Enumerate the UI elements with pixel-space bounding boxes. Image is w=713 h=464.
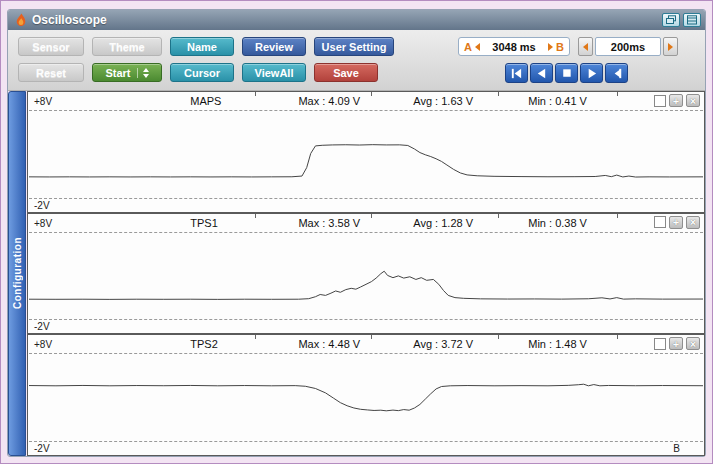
ruler-tick [371,92,372,96]
channel-min-value: Min : 1.48 V [528,338,587,350]
timebase-decrease-button[interactable] [578,37,593,56]
configuration-tab[interactable]: Configuration [8,91,26,456]
channel-select-checkbox[interactable] [654,338,666,350]
channel-min-value: Min : 0.38 V [528,217,587,229]
oscilloscope-app: Oscilloscope Sensor Theme Name [0,0,713,464]
ruler-tick [617,214,618,218]
vmax-label: +8V [34,96,52,107]
ruler-tick [255,214,256,218]
toolbar-row-2: Reset Start Cursor ViewAll Save [18,63,378,82]
main-area: Configuration +8V MAPS Max : 4.09 V Avg … [8,91,705,456]
restore-window-button[interactable] [662,13,680,27]
channel-close-button[interactable]: × [686,216,700,229]
vmin-label: -2V [34,321,50,332]
ruler-tick [371,335,372,339]
a-left-arrow-icon[interactable] [475,43,480,51]
channel-controls: + × [654,337,700,350]
maximize-window-button[interactable] [683,13,701,27]
channel-name: MAPS [190,95,221,107]
channel-min-value: Min : 0.41 V [528,95,587,107]
start-button-label: Start [105,67,130,79]
right-arrow-icon [668,43,673,51]
channel-max-value: Max : 4.48 V [298,338,360,350]
app-window: Oscilloscope Sensor Theme Name [7,9,706,457]
vmax-label: +8V [34,339,52,350]
waveform-tps2 [29,353,703,442]
skip-first-button[interactable] [505,63,528,83]
left-arrow-icon [583,43,588,51]
channel-panel-tps2: +8V TPS2 Max : 4.48 V Avg : 3.72 V Min :… [27,334,705,456]
timebase-value[interactable]: 200ms [595,37,661,56]
timebase-control: 200ms [578,37,678,56]
ruler-tick [255,335,256,339]
ruler-tick [498,214,499,218]
name-button[interactable]: Name [170,37,234,56]
channel-close-button[interactable]: × [686,94,700,107]
review-button[interactable]: Review [242,37,306,56]
step-back-button[interactable] [530,63,553,83]
cursor-button[interactable]: Cursor [170,63,234,82]
vmax-label: +8V [34,218,52,229]
playback-controls [505,63,628,83]
user-setting-button[interactable]: User Setting [314,37,394,56]
b-marker-label: B [556,41,564,53]
vmin-label: -2V [34,200,50,211]
start-button[interactable]: Start [92,63,162,82]
b-cursor-marker[interactable]: B [673,443,680,454]
channel-avg-value: Avg : 3.72 V [413,338,473,350]
channel-avg-value: Avg : 1.63 V [413,95,473,107]
ruler-tick [255,92,256,96]
viewall-button[interactable]: ViewAll [242,63,306,82]
b-right-arrow-icon[interactable] [548,43,553,51]
save-button[interactable]: Save [314,63,378,82]
play-button[interactable] [580,63,603,83]
channel-max-value: Max : 4.09 V [298,95,360,107]
channel-select-checkbox[interactable] [654,216,666,228]
channel-avg-value: Avg : 1.28 V [413,217,473,229]
skip-last-button[interactable] [605,63,628,83]
channel-panel-tps1: +8V TPS1 Max : 3.58 V Avg : 1.28 V Min :… [27,213,705,335]
sensor-button[interactable]: Sensor [18,37,84,56]
channel-expand-button[interactable]: + [669,94,683,107]
a-marker-label: A [464,41,472,53]
channel-panels: +8V MAPS Max : 4.09 V Avg : 1.63 V Min :… [27,91,705,456]
ruler-tick [498,335,499,339]
channel-expand-button[interactable]: + [669,216,683,229]
toolbar: Sensor Theme Name Review User Setting Re… [8,30,705,91]
ruler-tick [498,92,499,96]
timebase-increase-button[interactable] [663,37,678,56]
channel-expand-button[interactable]: + [669,337,683,350]
reset-button[interactable]: Reset [18,63,84,82]
channel-name: TPS1 [190,217,218,229]
channel-controls: + × [654,216,700,229]
channel-close-button[interactable]: × [686,337,700,350]
configuration-tab-label: Configuration [12,237,23,309]
app-flame-icon [14,13,28,28]
channel-max-value: Max : 3.58 V [298,217,360,229]
channel-select-checkbox[interactable] [654,95,666,107]
channel-controls: + × [654,94,700,107]
titlebar[interactable]: Oscilloscope [8,10,705,30]
channel-panel-maps: +8V MAPS Max : 4.09 V Avg : 1.63 V Min :… [27,91,705,213]
vmin-label: -2V [34,443,50,454]
channel-name: TPS2 [190,338,218,350]
ab-range-control[interactable]: A 3048 ms B [458,37,570,56]
ruler-tick [617,335,618,339]
ruler-tick [371,214,372,218]
toolbar-row-1: Sensor Theme Name Review User Setting [18,37,394,56]
start-spinner-icon[interactable] [137,68,149,78]
theme-button[interactable]: Theme [92,37,162,56]
stop-button[interactable] [555,63,578,83]
waveform-maps [29,110,703,199]
window-title: Oscilloscope [32,13,659,27]
waveform-tps1 [29,232,703,321]
ruler-tick [617,92,618,96]
ab-range-value: 3048 ms [483,41,545,53]
